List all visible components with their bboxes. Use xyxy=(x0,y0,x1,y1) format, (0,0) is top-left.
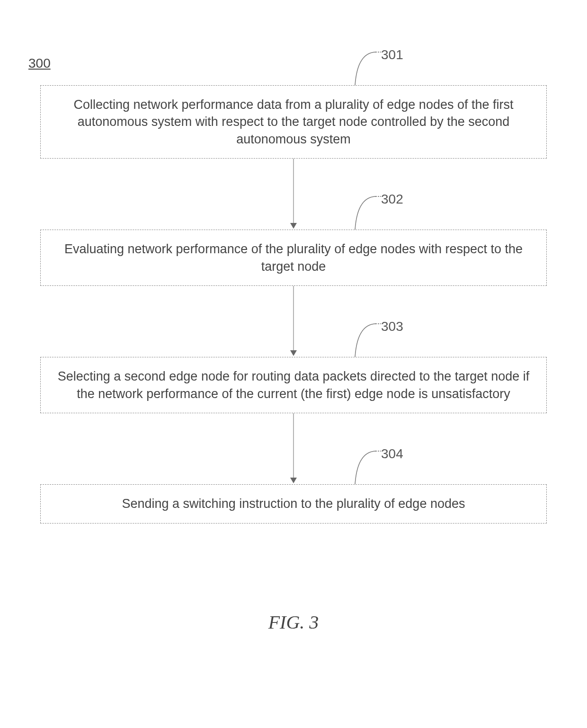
step-number: 302 xyxy=(381,192,403,207)
callout-301: 301 xyxy=(324,48,419,85)
arrow-line xyxy=(294,286,294,351)
flow-step: 302 Evaluating network performance of th… xyxy=(40,230,547,286)
arrow-head-icon xyxy=(290,478,297,483)
callout-304: 304 xyxy=(324,447,419,484)
callout-302: 302 xyxy=(324,193,419,230)
callout-leader-line xyxy=(343,447,381,484)
flow-arrow xyxy=(40,159,547,230)
arrow-line xyxy=(294,413,294,479)
flow-arrow xyxy=(40,413,547,484)
callout-leader-line xyxy=(343,193,381,230)
flow-step: 304 Sending a switching instruction to t… xyxy=(40,484,547,523)
flow-box: Collecting network performance data from… xyxy=(40,85,547,159)
flow-box: Selecting a second edge node for routing… xyxy=(40,357,547,413)
flow-step: 303 Selecting a second edge node for rou… xyxy=(40,357,547,413)
diagram-number-label: 300 xyxy=(28,56,51,71)
flowchart: 301 Collecting network performance data … xyxy=(40,85,547,524)
step-number: 303 xyxy=(381,319,403,334)
flow-step: 301 Collecting network performance data … xyxy=(40,85,547,159)
figure-caption: FIG. 3 xyxy=(268,611,319,633)
step-number: 301 xyxy=(381,47,403,62)
flow-box: Evaluating network performance of the pl… xyxy=(40,230,547,286)
arrow-line xyxy=(294,159,294,224)
flow-box: Sending a switching instruction to the p… xyxy=(40,484,547,523)
flow-arrow xyxy=(40,286,547,357)
arrow-head-icon xyxy=(290,350,297,356)
step-number: 304 xyxy=(381,446,403,462)
callout-leader-line xyxy=(343,48,381,85)
callout-303: 303 xyxy=(324,320,419,357)
arrow-head-icon xyxy=(290,223,297,229)
callout-leader-line xyxy=(343,320,381,357)
